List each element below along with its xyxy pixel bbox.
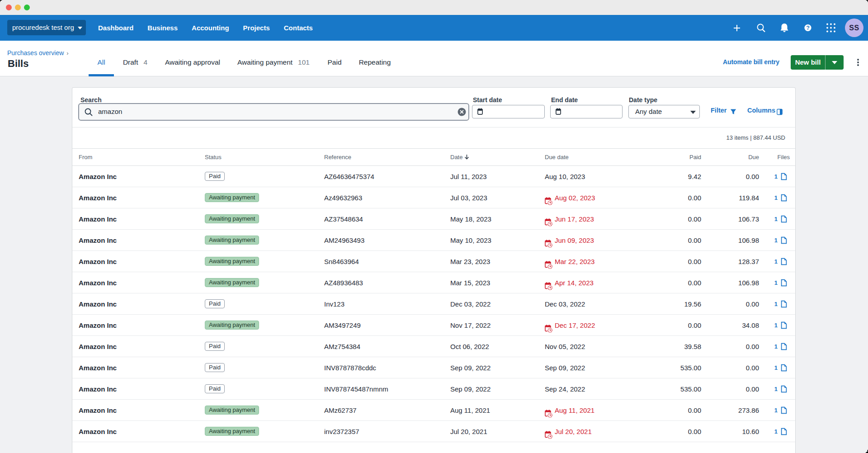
- svg-text:?: ?: [806, 25, 810, 31]
